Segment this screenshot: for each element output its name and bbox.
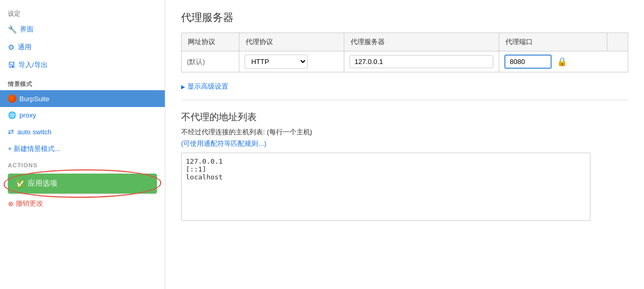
row-proxy-protocol: HTTP HTTPS SOCKS4 SOCKS5 [239,51,344,72]
cancel-changes-link[interactable]: ⊗ 撤销更改 [0,197,165,210]
switch-icon [8,127,14,136]
sidebar-item-autoswitch[interactable]: auto switch [0,123,165,140]
proxy-server-title: 代理服务器 [181,10,628,25]
table-row: (默认) HTTP HTTPS SOCKS4 SOCKS5 🔒 [182,51,628,72]
sidebar-item-general-label: 通用 [18,42,31,52]
new-scenario-label: + 新建情景模式... [8,144,60,154]
proxy-table: 网址协议 代理协议 代理服务器 代理端口 (默认) HTTP HTTPS SOC… [181,33,628,72]
col-header-proxy-protocol: 代理协议 [239,33,344,51]
sidebar-item-proxy-label: proxy [19,111,36,119]
actions-label: ACTIONS [0,158,165,170]
advanced-settings-label: 显示高级设置 [187,82,228,91]
wrench-icon: 🔧 [8,25,17,34]
apply-button-label: 应用选项 [28,179,57,188]
advanced-settings-link[interactable]: ▶ 显示高级设置 [181,78,628,95]
import-icon: 🖫 [8,61,15,69]
sidebar-item-general[interactable]: 通用 [0,38,165,56]
row-protocol: (默认) [182,51,239,72]
scenario-section-label: 情景模式 [0,74,165,90]
sidebar-item-import-export-label: 导入/导出 [18,60,48,70]
x-circle-icon: ⊗ [8,200,14,208]
col-header-proxy-port: 代理端口 [499,33,607,51]
no-proxy-textarea[interactable]: 127.0.0.1 [::1] localhost [181,153,590,221]
sidebar-item-autoswitch-label: auto switch [17,128,51,136]
cancel-link-label: 撤销更改 [16,199,43,208]
row-proxy-port: 🔒 [499,51,607,72]
sidebar-item-proxy[interactable]: proxy [0,107,165,123]
sidebar-item-new-scenario[interactable]: + 新建情景模式... [0,140,165,158]
col-header-proxy-server: 代理服务器 [344,33,499,51]
proxy-server-input[interactable] [350,55,493,68]
col-header-protocol: 网址协议 [182,33,239,51]
sidebar-item-interface[interactable]: 🔧 界面 [0,20,165,38]
chevron-down-icon: ▶ [181,84,185,90]
apply-button[interactable]: ✅ 应用选项 [8,174,157,194]
wildcard-link[interactable]: (可使用通配符等匹配规则...) [181,139,267,148]
gear-icon [8,43,15,51]
check-circle-icon: ✅ [16,179,25,188]
burp-icon [8,94,16,103]
lock-icon[interactable]: 🔒 [555,56,569,68]
no-proxy-title: 不代理的地址列表 [181,111,628,123]
proxy-port-input[interactable] [504,55,552,69]
settings-label: 设定 [0,5,165,20]
sidebar: 设定 🔧 界面 通用 🖫 导入/导出 情景模式 BurpSuite proxy … [0,0,165,289]
sidebar-item-burpsuite[interactable]: BurpSuite [0,90,165,107]
divider [181,100,628,100]
globe-icon [8,111,16,119]
sidebar-item-interface-label: 界面 [20,25,34,34]
proxy-protocol-select[interactable]: HTTP HTTPS SOCKS4 SOCKS5 [245,55,308,69]
sidebar-item-import-export[interactable]: 🖫 导入/导出 [0,56,165,74]
no-proxy-description: 不经过代理连接的主机列表: (每行一个主机) [181,127,628,137]
sidebar-item-burpsuite-label: BurpSuite [19,95,49,103]
row-proxy-server [344,51,499,72]
main-content: 代理服务器 网址协议 代理协议 代理服务器 代理端口 (默认) HTTP HTT… [165,0,644,289]
